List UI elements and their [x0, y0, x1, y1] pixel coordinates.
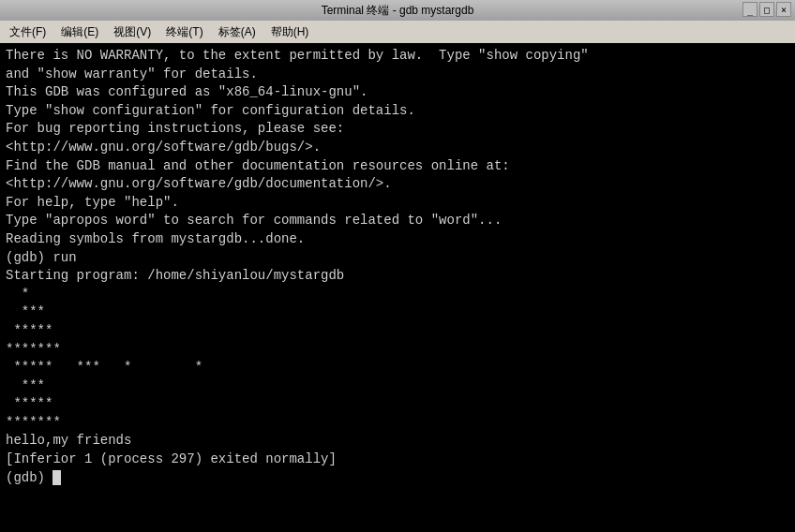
window-controls: _ □ ×	[742, 2, 791, 17]
terminal-line: For bug reporting instructions, please s…	[6, 120, 789, 139]
terminal-line: Type "show configuration" for configurat…	[6, 102, 789, 121]
terminal-line: *****	[6, 395, 789, 414]
terminal-line: hello,my friends	[6, 432, 789, 451]
terminal-line: For help, type "help".	[6, 194, 789, 213]
terminal-line: (gdb) run	[6, 249, 789, 268]
terminal-line: <http://www.gnu.org/software/gdb/documen…	[6, 175, 789, 194]
title-bar: Terminal 终端 - gdb mystargdb _ □ ×	[0, 0, 795, 21]
title-bar-text: Terminal 终端 - gdb mystargdb	[322, 3, 474, 19]
menu-help[interactable]: 帮助(H)	[265, 22, 315, 42]
terminal-line: and "show warranty" for details.	[6, 66, 789, 84]
terminal-line: Type "apropos word" to search for comman…	[6, 212, 789, 230]
terminal-line: *****	[6, 322, 789, 341]
menu-bar: 文件(F) 编辑(E) 视图(V) 终端(T) 标签(A) 帮助(H)	[0, 21, 795, 43]
menu-terminal[interactable]: 终端(T)	[160, 22, 208, 42]
terminal-line: <http://www.gnu.org/software/gdb/bugs/>.	[6, 139, 789, 157]
close-button[interactable]: ×	[776, 2, 791, 17]
menu-edit[interactable]: 编辑(E)	[55, 22, 104, 42]
maximize-button[interactable]: □	[759, 2, 774, 17]
terminal-line: *******	[6, 414, 789, 433]
terminal-line: Reading symbols from mystargdb...done.	[6, 230, 789, 249]
terminal-output[interactable]: There is NO WARRANTY, to the extent perm…	[0, 43, 795, 532]
terminal-line: ***** *** * *	[6, 359, 789, 377]
terminal-line: *******	[6, 341, 789, 360]
terminal-window: Terminal 终端 - gdb mystargdb _ □ × 文件(F) …	[0, 0, 795, 532]
terminal-line: ***	[6, 303, 789, 322]
menu-view[interactable]: 视图(V)	[108, 22, 157, 42]
menu-file[interactable]: 文件(F)	[4, 22, 52, 42]
terminal-line: (gdb)	[6, 469, 789, 488]
terminal-line: There is NO WARRANTY, to the extent perm…	[6, 47, 789, 66]
terminal-line: This GDB was configured as "x86_64-linux…	[6, 83, 789, 102]
terminal-line: *	[6, 286, 789, 304]
menu-tabs[interactable]: 标签(A)	[213, 22, 262, 42]
terminal-cursor	[52, 470, 61, 485]
minimize-button[interactable]: _	[742, 2, 758, 17]
terminal-line: Find the GDB manual and other documentat…	[6, 157, 789, 176]
terminal-line: [Inferior 1 (process 297) exited normall…	[6, 451, 789, 469]
terminal-line: ***	[6, 377, 789, 396]
terminal-line: Starting program: /home/shiyanlou/mystar…	[6, 267, 789, 286]
